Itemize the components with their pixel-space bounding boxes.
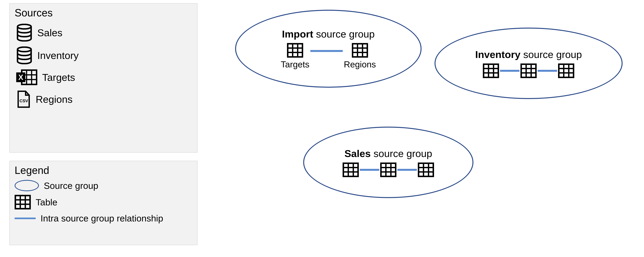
legend-label: Intra source group relationship xyxy=(40,213,163,223)
legend-panel: Legend Source group Table Intra source g… xyxy=(10,161,198,245)
excel-icon xyxy=(16,69,37,85)
source-group-title-bold: Sales xyxy=(344,148,371,159)
source-group-title-rest: source group xyxy=(371,148,432,159)
source-group-title: Inventory source group xyxy=(475,49,582,60)
source-group-title: Sales source group xyxy=(344,148,432,159)
database-icon xyxy=(16,24,32,42)
source-group-title-bold: Import xyxy=(282,29,313,40)
legend-row-table: Table xyxy=(14,195,192,209)
source-row-sales: Sales xyxy=(16,24,192,42)
table-icon xyxy=(342,162,359,177)
legend-title: Legend xyxy=(14,164,192,176)
table-icon xyxy=(352,43,368,58)
legend-label: Source group xyxy=(44,180,98,191)
source-row-regions: Regions xyxy=(16,90,192,108)
source-label: Sales xyxy=(37,27,62,39)
source-label: Inventory xyxy=(37,50,79,61)
source-group-title-rest: source group xyxy=(520,49,582,60)
relationship-line-icon xyxy=(538,70,557,72)
source-group-sales: Sales source group xyxy=(303,127,474,198)
source-group-title-bold: Inventory xyxy=(475,49,520,60)
table-icon xyxy=(520,64,537,78)
source-row-inventory: Inventory xyxy=(16,47,192,64)
legend-row-sourcegroup: Source group xyxy=(14,180,192,191)
table-node-targets: Targets xyxy=(281,43,309,69)
relationship-line-icon xyxy=(14,217,36,219)
database-icon xyxy=(16,47,32,64)
table-icon xyxy=(418,162,434,177)
table-icon xyxy=(287,43,303,58)
relationship-line-icon xyxy=(398,169,417,171)
table-icon xyxy=(483,64,499,78)
table-icon xyxy=(14,195,31,209)
sources-title: Sources xyxy=(14,7,192,19)
table-node-regions: Regions xyxy=(344,43,376,69)
relationship-line-icon xyxy=(360,169,379,171)
table-icon xyxy=(380,162,396,177)
relationship-line-icon xyxy=(500,70,520,72)
table-icon xyxy=(558,64,574,78)
source-row-targets: Targets xyxy=(16,69,192,85)
source-group-import: Import source group Targets Regions xyxy=(235,10,422,88)
sources-panel: Sources Sales Inventory Targets Regions xyxy=(10,3,198,153)
source-group-title: Import source group xyxy=(282,28,375,40)
source-label: Regions xyxy=(36,94,72,105)
source-group-inventory: Inventory source group xyxy=(434,28,622,99)
table-label: Targets xyxy=(281,59,309,69)
source-group-tables: Targets Regions xyxy=(281,43,376,69)
ellipse-icon xyxy=(14,180,39,191)
relationship-line-icon xyxy=(310,50,343,52)
source-group-title-rest: source group xyxy=(313,29,375,40)
source-group-tables xyxy=(342,162,434,177)
csv-icon xyxy=(16,90,31,108)
legend-row-relationship: Intra source group relationship xyxy=(14,213,192,223)
legend-label: Table xyxy=(36,197,58,207)
source-group-tables xyxy=(483,64,574,78)
table-label: Regions xyxy=(344,59,376,69)
source-label: Targets xyxy=(42,72,75,83)
